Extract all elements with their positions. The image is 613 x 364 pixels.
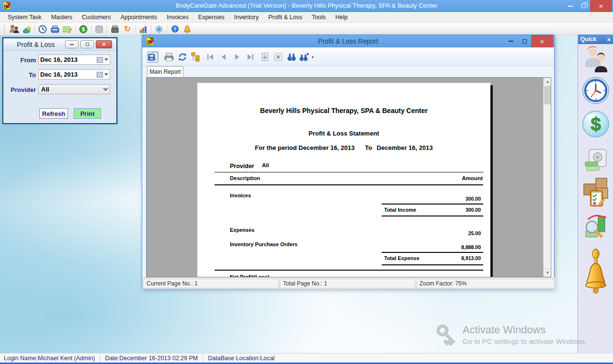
menu-masters[interactable]: Masters <box>46 12 77 23</box>
export-button[interactable] <box>147 51 159 63</box>
report-provider-value: All <box>262 162 269 168</box>
appointments-clock-icon <box>582 77 610 104</box>
svg-text:$: $ <box>590 114 601 134</box>
dialog-title: Profit & Loss <box>17 41 55 48</box>
scroll-down-button[interactable]: ▼ <box>544 269 551 277</box>
watermark-title: Activate Windows <box>463 324 546 336</box>
quick-inventory-button[interactable] <box>582 176 609 209</box>
quick-expenses-button[interactable] <box>584 148 607 174</box>
maximize-icon <box>86 43 89 46</box>
to-label: To <box>7 71 36 79</box>
print-icon <box>164 52 174 62</box>
subtotal-amount: 300.00 <box>465 207 481 213</box>
help-button[interactable]: ? <box>169 24 181 34</box>
menu-inventory[interactable]: Inventory <box>229 12 263 23</box>
report-minimize-button[interactable] <box>505 35 517 47</box>
scrollbar-thumb[interactable] <box>544 86 551 104</box>
restore-icon <box>581 4 586 8</box>
refresh-button[interactable]: ↻ <box>121 24 134 34</box>
refresh-icon <box>178 52 187 62</box>
zoom-icon <box>299 53 309 61</box>
report-toolbar: ▼ <box>142 47 554 66</box>
quick-customers-button[interactable] <box>583 46 608 75</box>
menu-system-task[interactable]: System Task <box>3 12 46 23</box>
zoom-button[interactable] <box>298 51 310 63</box>
dialog-maximize-button[interactable] <box>80 40 94 48</box>
first-page-icon <box>206 53 215 61</box>
dropdown-arrow-icon[interactable] <box>104 58 108 61</box>
services-button[interactable] <box>21 24 33 34</box>
report-period: For the period December 16, 2013 To Dece… <box>197 144 490 151</box>
quick-reminder-button[interactable] <box>584 248 607 301</box>
scroll-up-button[interactable]: ▲ <box>544 78 551 86</box>
restore-button[interactable] <box>578 0 589 12</box>
maximize-icon <box>522 39 527 44</box>
paper-shadow <box>490 85 493 277</box>
clock-button[interactable] <box>36 24 49 34</box>
prev-page-button[interactable] <box>218 51 229 63</box>
current-page-status: Current Page No.: 1 <box>143 279 279 288</box>
from-date-field[interactable]: Dec 16, 2013 <box>38 55 110 65</box>
zoom-factor-status: Zoom Factor: 75% <box>416 279 554 288</box>
quick-close-button[interactable]: × <box>607 36 611 43</box>
dialog-minimize-button[interactable] <box>65 40 79 48</box>
report-title: Profit & Loss Statement <box>197 130 490 137</box>
provider-value: All <box>41 86 104 93</box>
to-date-field[interactable]: Dec 16, 2013 <box>38 69 110 80</box>
key-icon <box>435 324 458 349</box>
minimize-icon <box>509 41 513 42</box>
tab-main-report[interactable]: Main Report <box>147 66 183 77</box>
fax-button[interactable] <box>49 24 61 34</box>
quick-profit-loss-button[interactable] <box>583 212 608 241</box>
first-page-button[interactable] <box>204 51 216 63</box>
calendar-icon <box>97 57 103 63</box>
close-button[interactable]: × <box>590 0 612 12</box>
users-button[interactable] <box>8 24 21 34</box>
menu-profit-loss[interactable]: Profit & Loss <box>263 12 307 23</box>
goto-page-icon <box>260 52 270 62</box>
chart-icon <box>139 25 148 34</box>
vertical-scrollbar[interactable]: ▲ ▼ <box>543 78 551 277</box>
window-title: BodyCareGate Advanced (Trial Version) - … <box>0 2 613 9</box>
group-tree-icon <box>191 52 201 62</box>
print-button[interactable] <box>163 51 175 63</box>
bell-button[interactable] <box>181 24 193 34</box>
menu-appointments[interactable]: Appointments <box>116 12 162 23</box>
refresh-button[interactable] <box>177 51 188 63</box>
find-button[interactable] <box>286 51 297 63</box>
report-maximize-button[interactable] <box>519 35 530 47</box>
close-view-button[interactable] <box>272 51 284 63</box>
report-preview-area: Beverly Hills Physical Therapy, SPA & Be… <box>146 77 551 277</box>
subtotal-label: Total Expense <box>384 255 420 261</box>
provider-select[interactable]: All <box>38 84 110 94</box>
menu-expenses[interactable]: Expenses <box>193 12 229 23</box>
print-button[interactable]: Print <box>74 108 101 119</box>
group-tree-button[interactable] <box>190 51 202 63</box>
goto-page-button[interactable] <box>259 51 271 63</box>
dollar-button[interactable]: $ <box>77 24 90 34</box>
quick-invoices-button[interactable]: $ <box>582 110 610 140</box>
main-statusbar: Login Name:Michael Kent (Admin) Date:Dec… <box>0 353 613 363</box>
close-icon: × <box>599 2 603 10</box>
dropdown-arrow-icon[interactable] <box>104 73 108 76</box>
register-button[interactable] <box>109 24 121 34</box>
svg-text:$: $ <box>82 26 85 32</box>
cleanup-button[interactable] <box>153 24 165 34</box>
chart-button[interactable] <box>137 24 149 34</box>
invoice-button[interactable] <box>61 24 74 34</box>
menu-help[interactable]: Help <box>330 12 352 23</box>
last-page-button[interactable] <box>245 51 256 63</box>
safe-button[interactable] <box>93 24 105 34</box>
quick-appointments-button[interactable] <box>582 77 610 106</box>
zoom-dropdown-caret[interactable]: ▼ <box>310 51 316 63</box>
menu-customers[interactable]: Customers <box>77 12 115 23</box>
menu-invoices[interactable]: Invoices <box>162 12 193 23</box>
refresh-button[interactable]: Refresh <box>39 108 68 119</box>
col-description: Description <box>230 175 260 181</box>
dialog-close-button[interactable]: × <box>96 40 112 48</box>
menu-tools[interactable]: Tools <box>307 12 330 23</box>
next-page-button[interactable] <box>231 51 243 63</box>
report-close-button[interactable]: × <box>531 35 553 47</box>
bell-icon <box>183 25 192 34</box>
minimize-button[interactable] <box>564 0 577 12</box>
